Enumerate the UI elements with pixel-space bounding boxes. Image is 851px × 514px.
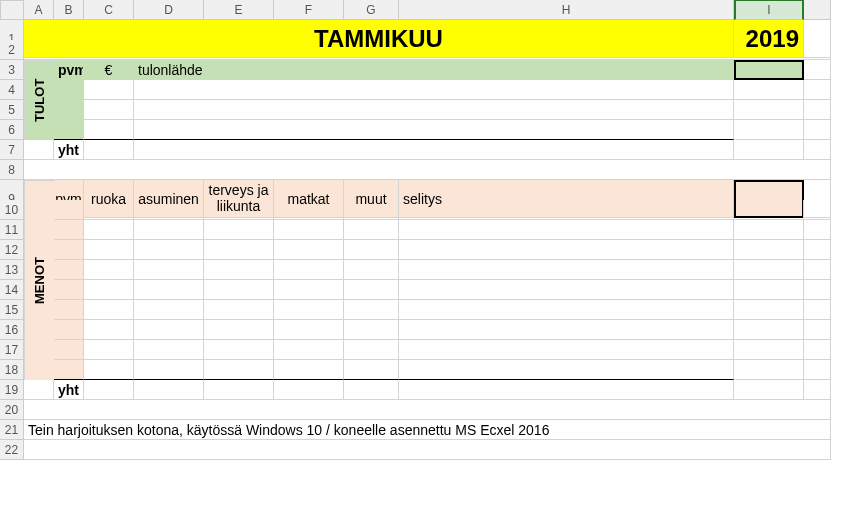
cell-g17[interactable] bbox=[344, 340, 399, 360]
cell-c10[interactable] bbox=[84, 200, 134, 220]
row-header-15[interactable]: 15 bbox=[0, 300, 24, 320]
cell-b12[interactable] bbox=[54, 240, 84, 260]
row-header-2[interactable]: 2 bbox=[0, 40, 24, 60]
cell-b18[interactable] bbox=[54, 360, 84, 380]
cell-f19[interactable] bbox=[274, 380, 344, 400]
cell-f14[interactable] bbox=[274, 280, 344, 300]
cell-d12[interactable] bbox=[134, 240, 204, 260]
cell-e10[interactable] bbox=[204, 200, 274, 220]
row-header-19[interactable]: 19 bbox=[0, 380, 24, 400]
cell-tulonlahde[interactable]: tulonlähde bbox=[134, 60, 734, 80]
cell-f10[interactable] bbox=[274, 200, 344, 220]
cell-blank-r7[interactable] bbox=[804, 140, 831, 160]
cell-d4[interactable] bbox=[134, 80, 734, 100]
cell-c19[interactable] bbox=[84, 380, 134, 400]
row-header-20[interactable]: 20 bbox=[0, 400, 24, 420]
cell-e14[interactable] bbox=[204, 280, 274, 300]
cell-i17[interactable] bbox=[734, 340, 804, 360]
cell-d10[interactable] bbox=[134, 200, 204, 220]
cell-blank-r5[interactable] bbox=[804, 100, 831, 120]
cell-e12[interactable] bbox=[204, 240, 274, 260]
cell-h14[interactable] bbox=[399, 280, 734, 300]
row-header-10[interactable]: 10 bbox=[0, 200, 24, 220]
cell-blank-r19[interactable] bbox=[804, 380, 831, 400]
cell-g18[interactable] bbox=[344, 360, 399, 380]
cell-b11[interactable] bbox=[54, 220, 84, 240]
cell-e19[interactable] bbox=[204, 380, 274, 400]
cell-blank-r17[interactable] bbox=[804, 340, 831, 360]
cell-a7[interactable] bbox=[24, 140, 54, 160]
col-header-e[interactable]: E bbox=[204, 0, 274, 20]
cell-r8[interactable] bbox=[24, 160, 831, 180]
cell-g15[interactable] bbox=[344, 300, 399, 320]
cell-h17[interactable] bbox=[399, 340, 734, 360]
cell-h15[interactable] bbox=[399, 300, 734, 320]
col-header-i[interactable]: I bbox=[734, 0, 804, 20]
cell-h10[interactable] bbox=[399, 200, 734, 220]
col-header-h[interactable]: H bbox=[399, 0, 734, 20]
cell-yht-tulot[interactable]: yht bbox=[54, 140, 84, 160]
cell-g13[interactable] bbox=[344, 260, 399, 280]
cell-g11[interactable] bbox=[344, 220, 399, 240]
cell-f15[interactable] bbox=[274, 300, 344, 320]
cell-h18[interactable] bbox=[399, 360, 734, 380]
cell-d11[interactable] bbox=[134, 220, 204, 240]
row-header-22[interactable]: 22 bbox=[0, 440, 24, 460]
cell-g19[interactable] bbox=[344, 380, 399, 400]
col-header-d[interactable]: D bbox=[134, 0, 204, 20]
cell-c6[interactable] bbox=[84, 120, 134, 140]
cell-i10[interactable] bbox=[734, 200, 804, 220]
cell-d14[interactable] bbox=[134, 280, 204, 300]
cell-g14[interactable] bbox=[344, 280, 399, 300]
cell-b14[interactable] bbox=[54, 280, 84, 300]
cell-b6[interactable] bbox=[54, 120, 84, 140]
row-header-7[interactable]: 7 bbox=[0, 140, 24, 160]
col-header-c[interactable]: C bbox=[84, 0, 134, 20]
row-header-5[interactable]: 5 bbox=[0, 100, 24, 120]
cell-c16[interactable] bbox=[84, 320, 134, 340]
cell-pvm-tulot[interactable]: pvm bbox=[54, 60, 84, 80]
cell-c14[interactable] bbox=[84, 280, 134, 300]
cell-blank-r11[interactable] bbox=[804, 220, 831, 240]
cell-euro[interactable]: € bbox=[84, 60, 134, 80]
cell-e11[interactable] bbox=[204, 220, 274, 240]
cell-c17[interactable] bbox=[84, 340, 134, 360]
cell-b13[interactable] bbox=[54, 260, 84, 280]
cell-d15[interactable] bbox=[134, 300, 204, 320]
cell-i6[interactable] bbox=[734, 120, 804, 140]
cell-blank-r12[interactable] bbox=[804, 240, 831, 260]
col-header-g[interactable]: G bbox=[344, 0, 399, 20]
cell-i14[interactable] bbox=[734, 280, 804, 300]
cell-c5[interactable] bbox=[84, 100, 134, 120]
cell-f13[interactable] bbox=[274, 260, 344, 280]
cell-a19[interactable] bbox=[24, 380, 54, 400]
col-header-a[interactable]: A bbox=[24, 0, 54, 20]
cell-i13[interactable] bbox=[734, 260, 804, 280]
row-header-18[interactable]: 18 bbox=[0, 360, 24, 380]
row-header-14[interactable]: 14 bbox=[0, 280, 24, 300]
cell-d5[interactable] bbox=[134, 100, 734, 120]
cell-g12[interactable] bbox=[344, 240, 399, 260]
cell-h16[interactable] bbox=[399, 320, 734, 340]
cell-h11[interactable] bbox=[399, 220, 734, 240]
spreadsheet-grid[interactable]: A B C D E F G H I 1 TAMMIKUU 2019 2 3 TU… bbox=[0, 0, 851, 460]
cell-i11[interactable] bbox=[734, 220, 804, 240]
cell-c11[interactable] bbox=[84, 220, 134, 240]
cell-f11[interactable] bbox=[274, 220, 344, 240]
row-header-3[interactable]: 3 bbox=[0, 60, 24, 80]
cell-i16[interactable] bbox=[734, 320, 804, 340]
cell-e15[interactable] bbox=[204, 300, 274, 320]
cell-c4[interactable] bbox=[84, 80, 134, 100]
row-header-4[interactable]: 4 bbox=[0, 80, 24, 100]
cell-d16[interactable] bbox=[134, 320, 204, 340]
cell-g10[interactable] bbox=[344, 200, 399, 220]
cell-blank-r16[interactable] bbox=[804, 320, 831, 340]
cell-blank-r3[interactable] bbox=[804, 60, 831, 80]
cell-h12[interactable] bbox=[399, 240, 734, 260]
cell-yht-menot[interactable]: yht bbox=[54, 380, 84, 400]
cell-b4[interactable] bbox=[54, 80, 84, 100]
row-header-11[interactable]: 11 bbox=[0, 220, 24, 240]
row-header-13[interactable]: 13 bbox=[0, 260, 24, 280]
cell-i4[interactable] bbox=[734, 80, 804, 100]
cell-f17[interactable] bbox=[274, 340, 344, 360]
